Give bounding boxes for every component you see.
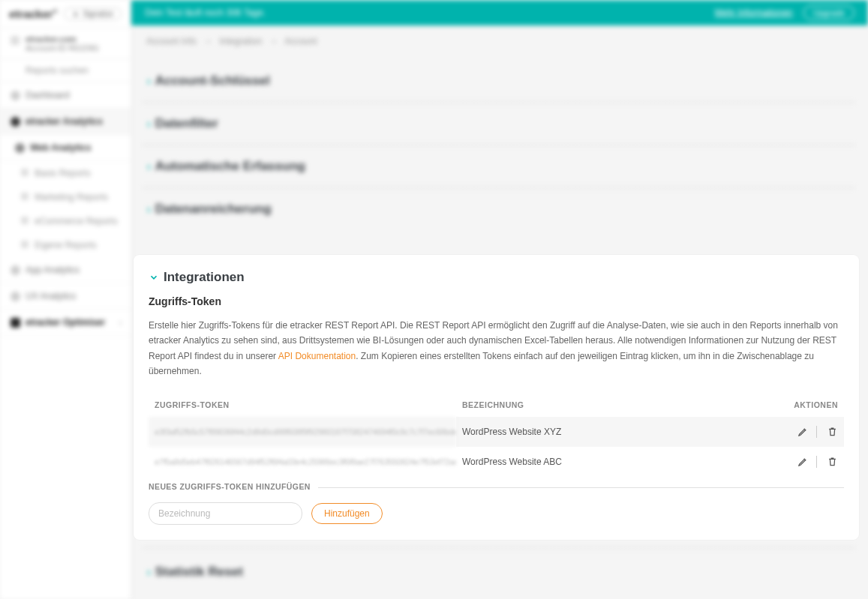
signalize-button[interactable]: Signalize xyxy=(64,7,122,20)
sidebar-item-app-analytics[interactable]: App Analytics xyxy=(0,257,131,283)
user-icon xyxy=(11,36,20,45)
report-icon xyxy=(21,241,29,248)
sidebar-item-basis-reports[interactable]: Basis Reports xyxy=(0,161,131,185)
app-icon xyxy=(11,265,20,275)
sidebar-item-ecommerce-reports[interactable]: eCommerce Reports xyxy=(0,209,131,233)
breadcrumb-item[interactable]: Integration xyxy=(219,36,262,46)
api-documentation-link[interactable]: API Dokumentation xyxy=(278,351,356,361)
trial-banner: Dein Test läuft noch 306 Tage. Mehr Info… xyxy=(131,0,868,25)
accordion-datenfilter[interactable]: ›Datenfilter xyxy=(143,103,854,145)
accordion-datenanreicherung[interactable]: ›Datenanreicherung xyxy=(143,188,854,230)
accordion-integrationen[interactable]: Integrationen xyxy=(149,270,844,285)
chevron-right-icon: › xyxy=(147,118,151,130)
delete-button[interactable] xyxy=(827,456,838,467)
sidebar-item-web-analytics[interactable]: Web Analytics xyxy=(0,135,131,161)
add-button[interactable]: Hinzufügen xyxy=(311,503,383,524)
report-icon xyxy=(21,217,29,224)
chevron-right-icon: › xyxy=(147,160,151,172)
breadcrumb: Account Info → Integration → Account xyxy=(146,36,317,46)
column-header-name: BEZEICHNUNG xyxy=(456,393,761,417)
account-info[interactable]: etracker.com Account-ID R0J29G xyxy=(0,28,131,59)
edit-button[interactable] xyxy=(797,456,809,467)
analytics-icon xyxy=(11,117,20,127)
sidebar: etracker® Signalize etracker.com Account… xyxy=(0,0,131,599)
web-icon xyxy=(15,143,25,153)
dashboard-icon xyxy=(11,91,20,100)
optimiser-icon xyxy=(11,318,20,328)
sidebar-item-marketing-reports[interactable]: Marketing Reports xyxy=(0,185,131,209)
sidebar-item-analytics[interactable]: etracker Analytics xyxy=(0,109,131,135)
tokens-table: ZUGRIFFS-TOKEN BEZEICHNUNG AKTIONEN e3f3… xyxy=(149,393,844,477)
chevron-down-icon xyxy=(149,272,159,283)
chevron-right-icon: › xyxy=(119,319,122,327)
column-header-token: ZUGRIFFS-TOKEN xyxy=(149,393,456,417)
brand-logo: etracker® xyxy=(9,7,57,20)
trial-message: Dein Test läuft noch 306 Tage. xyxy=(145,7,266,18)
delete-button[interactable] xyxy=(827,426,838,437)
token-name: WordPress Website ABC xyxy=(456,447,761,477)
report-icon xyxy=(21,169,29,176)
table-row[interactable]: e7f5a8d5eb47f826146567d84f52f6f4a03e4c25… xyxy=(149,447,844,477)
token-value[interactable]: e7f5a8d5eb47f826146567d84f52f6f4a03e4c25… xyxy=(149,447,456,477)
sidebar-item-dashboard[interactable]: Dashboard xyxy=(0,82,131,109)
sidebar-item-ux-analytics[interactable]: UX Analytics xyxy=(0,283,131,310)
search-input[interactable]: Reports suchen xyxy=(0,59,131,82)
table-row[interactable]: e3f3af52fb5c57f89036f44c2d8d0cd88f608f9f… xyxy=(149,417,844,447)
breadcrumb-item[interactable]: Account xyxy=(284,36,317,46)
edit-button[interactable] xyxy=(797,426,809,437)
sidebar-item-eigene-reports[interactable]: Eigene Reports xyxy=(0,233,131,257)
description-text: Erstelle hier Zugriffs-Tokens für die et… xyxy=(149,318,844,379)
accordion-automatische-erfassung[interactable]: ›Automatische Erfassung xyxy=(143,145,854,188)
accordion-statistik-reset[interactable]: ›Statistik Reset xyxy=(143,547,854,587)
accordion-account-schluessel[interactable]: ›Account-Schlüssel xyxy=(143,60,854,103)
report-icon xyxy=(21,193,29,200)
chevron-right-icon: › xyxy=(147,75,151,87)
breadcrumb-item[interactable]: Account Info xyxy=(146,36,197,46)
ux-icon xyxy=(11,292,20,301)
sidebar-item-optimiser[interactable]: etracker Optimiser› xyxy=(0,310,131,336)
chevron-right-icon: › xyxy=(147,203,151,215)
add-token-section: NEUES ZUGRIFFS-TOKEN HINZUFÜGEN Hinzufüg… xyxy=(149,487,844,525)
token-value[interactable]: e3f3af52fb5c57f89036f44c2d8d0cd88f608f9f… xyxy=(149,417,456,447)
divider xyxy=(816,426,817,438)
more-info-link[interactable]: Mehr Informationen xyxy=(715,7,793,18)
upgrade-button[interactable]: Upgrade xyxy=(803,5,854,20)
token-name: WordPress Website XYZ xyxy=(456,417,761,447)
chevron-right-icon: › xyxy=(147,566,151,578)
subheading-zugriffs-token: Zugriffs-Token xyxy=(149,295,844,307)
token-name-input[interactable] xyxy=(149,502,302,525)
integrationen-panel: Integrationen Zugriffs-Token Erstelle hi… xyxy=(134,255,859,540)
add-token-legend: NEUES ZUGRIFFS-TOKEN HINZUFÜGEN xyxy=(149,482,318,491)
column-header-actions: AKTIONEN xyxy=(761,393,844,417)
divider xyxy=(816,456,817,468)
